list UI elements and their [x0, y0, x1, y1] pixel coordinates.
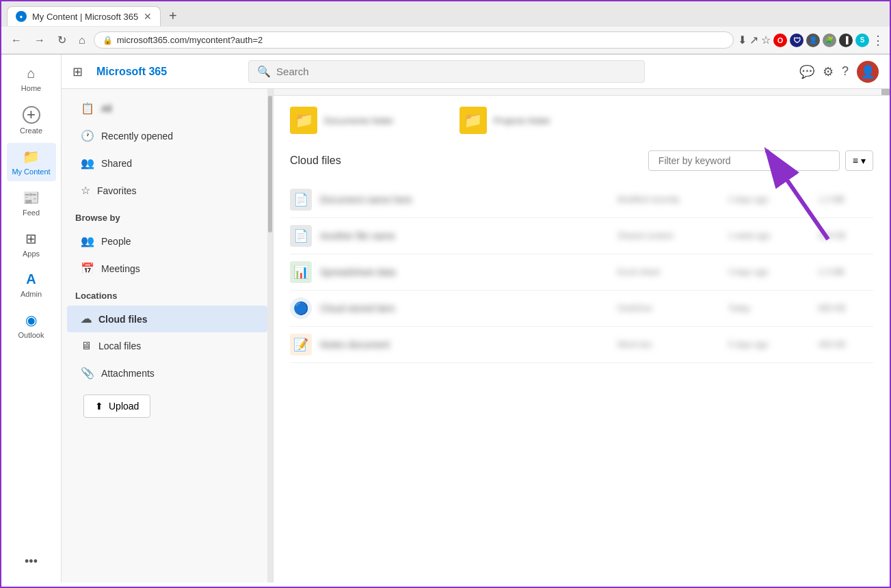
admin-icon: A [26, 271, 36, 287]
address-bar[interactable]: 🔒 microsoft365.com/mycontent?auth=2 [94, 31, 734, 49]
forward-button[interactable]: → [30, 31, 49, 49]
search-box[interactable]: 🔍 [248, 60, 645, 83]
meetings-icon: 📅 [81, 262, 94, 275]
nav-admin[interactable]: A Admin [7, 266, 56, 304]
tab-close-button[interactable]: ✕ [144, 11, 152, 22]
settings-icon[interactable]: ⚙ [823, 64, 834, 79]
nav-more-button[interactable]: ••• [16, 546, 46, 577]
refresh-button[interactable]: ↻ [53, 31, 70, 49]
tab-bar: My Content | Microsoft 365 ✕ + [1, 1, 890, 27]
folder-icon-1: 📁 [290, 107, 317, 134]
puzzle-ext[interactable]: 🧩 [823, 34, 836, 47]
sidebar-item-cloud-files[interactable]: ☁ Cloud files [67, 306, 267, 332]
tab-title: My Content | Microsoft 365 [32, 12, 138, 22]
cloud-files-header: Cloud files ≡ ▾ [290, 150, 873, 171]
file-row-meta: Word doc [617, 340, 720, 349]
sapling-ext[interactable]: S [855, 34, 869, 47]
file-row-size: 800 KB [819, 304, 873, 313]
home-button[interactable]: ⌂ [75, 31, 90, 49]
sidebar-ext[interactable]: ▐ [839, 34, 853, 47]
folder-icon-2: 📁 [460, 107, 487, 134]
file-row-date: 5 days ago [728, 340, 810, 349]
nav-outlook[interactable]: ◉ Outlook [7, 306, 56, 345]
nav-home-label: Home [21, 84, 41, 92]
address-text: microsoft365.com/mycontent?auth=2 [117, 35, 263, 45]
sidebar-item-shared[interactable]: 👥 Shared [67, 150, 267, 176]
sidebar-item-people[interactable]: 👥 People [67, 228, 267, 254]
help-icon[interactable]: ? [842, 64, 849, 79]
all-icon: 📋 [81, 102, 94, 115]
outlook-icon: ◉ [25, 312, 37, 328]
search-icon: 🔍 [257, 65, 271, 78]
table-row[interactable]: 📄 Document name here Modified recently 2… [290, 182, 873, 218]
top-bar-actions: 💬 ⚙ ? 👤 [799, 61, 879, 83]
sort-dropdown-icon: ▾ [861, 155, 866, 166]
star-icon[interactable]: ☆ [761, 34, 771, 46]
nav-home[interactable]: ⌂ Home [7, 60, 56, 98]
sidebar-meetings-label: Meetings [101, 263, 140, 274]
download-icon[interactable]: ⬇ [738, 34, 747, 46]
file-row-name: Notes document [320, 339, 609, 350]
star-nav-icon: ☆ [81, 184, 90, 197]
nav-create[interactable]: + Create [7, 101, 56, 140]
opera-ext[interactable]: O [773, 34, 787, 47]
file-row-size: 1.2 MB [819, 195, 873, 204]
browser-extensions: ⬇ ↗ ☆ O 🛡 👤 🧩 ▐ S ⋮ [738, 33, 884, 48]
avatar[interactable]: 👤 [857, 61, 879, 83]
top-scrollbar[interactable] [274, 89, 890, 96]
browse-by-section-title: Browse by [62, 204, 273, 227]
attachment-icon: 📎 [81, 366, 94, 379]
cloud-files-title: Cloud files [290, 155, 341, 167]
active-tab[interactable]: My Content | Microsoft 365 ✕ [7, 6, 161, 26]
recent-files-row: 📁 Documents folder 📁 Projects folder [290, 107, 873, 134]
share-icon[interactable]: ↗ [749, 34, 758, 46]
table-row[interactable]: 📝 Notes document Word doc 5 days ago 450… [290, 327, 873, 363]
sidebar-item-meetings[interactable]: 📅 Meetings [67, 255, 267, 282]
table-row[interactable]: 🔵 Cloud stored item OneDrive Today 800 K… [290, 291, 873, 327]
new-tab-button[interactable]: + [163, 5, 183, 27]
file-row-size: 500 KB [819, 231, 873, 241]
tab-favicon [16, 11, 27, 22]
upload-button[interactable]: ⬆ Upload [83, 395, 150, 418]
browser-chrome: My Content | Microsoft 365 ✕ + ← → ↻ ⌂ 🔒… [1, 1, 890, 55]
sidebar: 📋 All 🕐 Recently opened 👥 Shared ☆ Favor… [62, 89, 274, 583]
nav-my-content[interactable]: 📁 My Content [7, 143, 56, 181]
search-input[interactable] [276, 66, 636, 77]
sidebar-people-label: People [101, 236, 131, 247]
shield-ext[interactable]: 🛡 [790, 34, 803, 47]
nav-apps-label: Apps [23, 250, 40, 258]
sidebar-item-recently-opened[interactable]: 🕐 Recently opened [67, 122, 267, 149]
sidebar-scrollbar[interactable] [267, 89, 273, 583]
feed-icon: 📰 [23, 189, 40, 206]
file-card-2: 📁 Projects folder [460, 107, 550, 134]
filter-input[interactable] [648, 150, 840, 171]
shared-icon: 👥 [81, 157, 94, 170]
menu-button[interactable]: ⋮ [872, 33, 884, 48]
nav-apps[interactable]: ⊞ Apps [7, 225, 56, 263]
sidebar-favorites-label: Favorites [97, 185, 137, 196]
sidebar-item-attachments[interactable]: 📎 Attachments [67, 360, 267, 386]
sidebar-item-all[interactable]: 📋 All [67, 95, 267, 122]
feedback-icon[interactable]: 💬 [799, 64, 814, 79]
nav-feed[interactable]: 📰 Feed [7, 184, 56, 222]
create-icon: + [23, 106, 40, 124]
table-row[interactable]: 📊 Spreadsheet data Excel sheet 3 days ag… [290, 254, 873, 291]
user-ext[interactable]: 👤 [806, 34, 820, 47]
sidebar-item-favorites[interactable]: ☆ Favorites [67, 177, 267, 204]
sidebar-shared-label: Shared [101, 158, 132, 169]
sidebar-attachments-label: Attachments [101, 368, 155, 379]
back-button[interactable]: ← [7, 31, 26, 49]
sidebar-item-local-files[interactable]: 🖥 Local files [67, 333, 267, 359]
sidebar-cloud-files-label: Cloud files [98, 314, 148, 325]
file-row-size: 2.3 MB [819, 267, 873, 277]
table-row[interactable]: 📄 Another file name Shared content 1 wee… [290, 218, 873, 254]
file-row-meta: OneDrive [617, 304, 720, 313]
file-row-name: Document name here [320, 194, 609, 205]
filter-bar: ≡ ▾ [648, 150, 873, 171]
sort-button[interactable]: ≡ ▾ [845, 150, 873, 171]
apps-icon: ⊞ [25, 230, 37, 247]
home-icon: ⌂ [27, 66, 35, 81]
file-row-meta: Modified recently [617, 195, 720, 204]
sort-icon: ≡ [853, 155, 858, 166]
grid-icon[interactable]: ⊞ [72, 64, 83, 79]
